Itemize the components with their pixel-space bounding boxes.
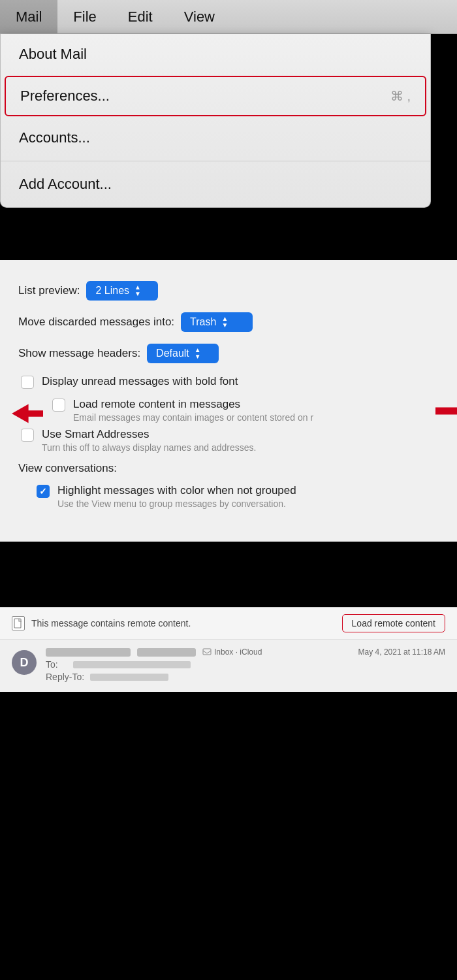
email-replyto-value — [90, 674, 168, 681]
email-from-blurred-2 — [137, 648, 196, 657]
checkbox-smart-addresses-text: Use Smart Addresses Turn this off to alw… — [42, 428, 256, 453]
email-row: D Inbox · iCloud May 4, 2021 at 11:18 AM… — [0, 640, 457, 692]
checkbox-bold-font[interactable] — [21, 376, 34, 389]
svg-marker-1 — [435, 400, 457, 421]
black-gap-2 — [0, 542, 457, 607]
email-to-row: To: — [46, 659, 445, 670]
checkbox-row-load-remote: Load remote content in messages Email me… — [18, 398, 439, 423]
dropdown-item-preferences[interactable]: Preferences... ⌘ , — [5, 76, 426, 116]
move-discarded-select[interactable]: Trash ▲▼ — [181, 312, 253, 332]
dropdown-item-add-account[interactable]: Add Account... — [1, 164, 430, 207]
document-icon — [12, 616, 25, 630]
menu-bar: Mail File Edit View — [0, 0, 457, 34]
select-arrows-icon-2: ▲▼ — [221, 316, 228, 329]
menu-item-edit[interactable]: Edit — [112, 0, 168, 33]
checkbox-highlight-text: Highlight messages with color when not g… — [57, 484, 296, 509]
show-headers-row: Show message headers: Default ▲▼ — [18, 344, 439, 363]
avatar: D — [12, 650, 37, 675]
remote-content-left: This message contains remote content. — [12, 616, 191, 630]
checkbox-row-highlight: Highlight messages with color when not g… — [18, 484, 439, 509]
menu-item-file[interactable]: File — [57, 0, 112, 33]
checkbox-bold-font-text: Display unread messages with bold font — [42, 375, 238, 388]
show-headers-select[interactable]: Default ▲▼ — [147, 344, 219, 363]
email-header-row: Inbox · iCloud May 4, 2021 at 11:18 AM — [46, 647, 445, 657]
svg-marker-0 — [12, 404, 43, 423]
mail-dropdown: About Mail Preferences... ⌘ , Accounts..… — [0, 34, 431, 208]
move-discarded-label: Move discarded messages into: — [18, 316, 174, 329]
red-arrow-left-icon — [12, 402, 43, 425]
email-replyto-row: Reply-To: — [46, 672, 445, 682]
view-conversations-label: View conversations: — [18, 462, 439, 475]
menu-item-view[interactable]: View — [168, 0, 230, 33]
preferences-shortcut: ⌘ , — [390, 88, 411, 104]
email-to-value — [73, 661, 191, 668]
preferences-panel: List preview: 2 Lines ▲▼ Move discarded … — [0, 260, 457, 542]
checkbox-row-bold-font: Display unread messages with bold font — [18, 375, 439, 389]
email-from-blurred — [46, 648, 131, 657]
dropdown-divider — [1, 161, 430, 161]
menu-item-mail[interactable]: Mail — [0, 0, 57, 33]
svg-rect-2 — [14, 619, 21, 628]
dropdown-item-accounts[interactable]: Accounts... — [1, 118, 430, 158]
select-arrows-icon: ▲▼ — [134, 284, 141, 297]
list-preview-label: List preview: — [18, 284, 80, 297]
select-arrows-icon-3: ▲▼ — [195, 347, 201, 360]
remote-content-bar: This message contains remote content. Lo… — [0, 608, 457, 640]
list-preview-select[interactable]: 2 Lines ▲▼ — [86, 281, 158, 301]
email-date: May 4, 2021 at 11:18 AM — [358, 647, 445, 657]
checkbox-highlight[interactable] — [37, 485, 50, 498]
checkbox-load-remote-text: Load remote content in messages Email me… — [73, 398, 313, 423]
email-meta: Inbox · iCloud May 4, 2021 at 11:18 AM T… — [46, 647, 445, 684]
dropdown-item-about-mail[interactable]: About Mail — [1, 34, 430, 74]
email-inbox-tag: Inbox · iCloud — [202, 647, 262, 657]
list-preview-row: List preview: 2 Lines ▲▼ — [18, 281, 439, 301]
black-gap-1 — [0, 208, 457, 260]
bottom-bar: This message contains remote content. Lo… — [0, 607, 457, 692]
checkbox-smart-addresses[interactable] — [21, 429, 34, 442]
load-remote-content-button[interactable]: Load remote content — [342, 614, 445, 632]
show-headers-label: Show message headers: — [18, 347, 140, 360]
checkbox-row-smart-addresses: Use Smart Addresses Turn this off to alw… — [18, 428, 439, 453]
move-discarded-row: Move discarded messages into: Trash ▲▼ — [18, 312, 439, 332]
checkbox-load-remote[interactable] — [52, 399, 65, 412]
red-arrow-right-icon — [435, 399, 457, 423]
